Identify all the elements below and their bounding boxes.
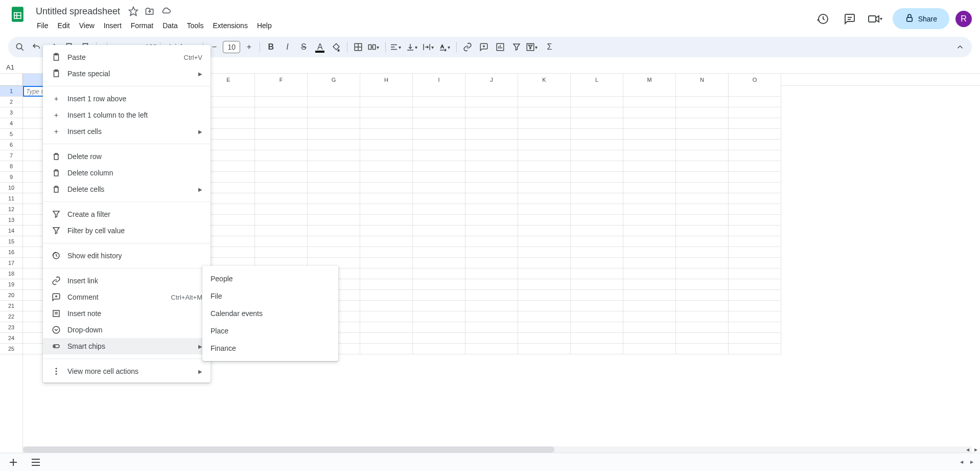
menu-view[interactable]: View (75, 19, 99, 32)
sheet-next-icon[interactable]: ▶ (968, 459, 976, 465)
row-header[interactable]: 19 (0, 279, 22, 290)
row-header[interactable]: 22 (0, 311, 22, 322)
text-color-icon[interactable]: A (312, 39, 328, 55)
ctx-paste[interactable]: Paste Ctrl+V (43, 49, 211, 65)
row-header[interactable]: 25 (0, 344, 22, 354)
font-size-input[interactable] (223, 41, 240, 53)
col-header-a[interactable] (23, 74, 44, 86)
ctx-comment[interactable]: Comment Ctrl+Alt+M (43, 289, 211, 305)
row-header[interactable]: 5 (0, 129, 22, 140)
filter-views-icon[interactable]: ▾ (525, 39, 541, 55)
ctx-delete-cells[interactable]: Delete cells ▶ (43, 181, 211, 197)
row-header[interactable]: 2 (0, 97, 22, 107)
menu-tools[interactable]: Tools (183, 19, 208, 32)
scroll-left-icon[interactable]: ◀ (964, 446, 972, 453)
row-header[interactable]: 16 (0, 247, 22, 258)
star-icon[interactable] (127, 5, 139, 17)
ctx-smart-chips[interactable]: Smart chips ▶ (43, 338, 211, 354)
row-header[interactable]: 1 (0, 86, 22, 97)
menu-insert[interactable]: Insert (100, 19, 126, 32)
move-icon[interactable] (144, 5, 156, 17)
name-box[interactable]: A1 (4, 62, 33, 72)
document-title[interactable]: Untitled spreadsheet (33, 5, 123, 18)
col-header[interactable]: L (571, 74, 623, 86)
row-header[interactable]: 20 (0, 290, 22, 301)
row-header[interactable]: 15 (0, 236, 22, 247)
ctx-paste-special[interactable]: Paste special ▶ (43, 65, 211, 82)
horizontal-align-icon[interactable]: ▾ (389, 39, 404, 55)
submenu-place[interactable]: Place (202, 322, 338, 340)
meet-icon[interactable]: ▾ (866, 9, 886, 29)
row-header[interactable]: 23 (0, 322, 22, 333)
select-all-corner[interactable] (0, 74, 23, 86)
row-header[interactable]: 7 (0, 150, 22, 161)
text-rotation-icon[interactable]: A▾ (438, 39, 453, 55)
col-header[interactable]: K (518, 74, 571, 86)
bold-icon[interactable]: B (263, 39, 278, 55)
filter-icon[interactable] (509, 39, 524, 55)
row-header[interactable]: 17 (0, 258, 22, 268)
ctx-view-more-actions[interactable]: View more cell actions ▶ (43, 363, 211, 379)
row-header[interactable]: 6 (0, 140, 22, 150)
row-header[interactable]: 11 (0, 193, 22, 204)
row-header[interactable]: 18 (0, 268, 22, 279)
menu-help[interactable]: Help (253, 19, 276, 32)
fill-color-icon[interactable] (329, 39, 344, 55)
ctx-create-filter[interactable]: Create a filter (43, 206, 211, 222)
submenu-people[interactable]: People (202, 270, 338, 287)
all-sheets-icon[interactable] (27, 453, 45, 472)
row-header[interactable]: 24 (0, 333, 22, 344)
submenu-finance[interactable]: Finance (202, 340, 338, 357)
row-header[interactable]: 9 (0, 172, 22, 183)
menu-file[interactable]: File (33, 19, 53, 32)
ctx-insert-row-above[interactable]: + Insert 1 row above (43, 91, 211, 107)
collapse-toolbar-icon[interactable] (952, 39, 968, 55)
row-header[interactable]: 4 (0, 118, 22, 129)
active-cell[interactable]: Type @ (23, 86, 44, 97)
strikethrough-icon[interactable]: S (296, 39, 311, 55)
row-header[interactable]: 21 (0, 301, 22, 311)
ctx-insert-column-left[interactable]: + Insert 1 column to the left (43, 107, 211, 123)
add-sheet-icon[interactable] (4, 453, 22, 472)
comment-history-icon[interactable] (839, 9, 860, 29)
row-header[interactable]: 3 (0, 107, 22, 118)
share-button[interactable]: Share (893, 8, 949, 29)
sheets-logo[interactable] (8, 4, 29, 25)
ctx-filter-by-value[interactable]: Filter by cell value (43, 222, 211, 239)
row-header[interactable]: 13 (0, 215, 22, 226)
functions-icon[interactable]: Σ (542, 39, 557, 55)
undo-icon[interactable] (29, 39, 44, 55)
horizontal-scrollbar[interactable] (23, 446, 972, 453)
ctx-show-edit-history[interactable]: Show edit history (43, 248, 211, 264)
ctx-insert-note[interactable]: Insert note (43, 305, 211, 322)
insert-chart-icon[interactable] (493, 39, 508, 55)
merge-cells-icon[interactable]: ▾ (367, 39, 382, 55)
search-menus-icon[interactable] (12, 39, 28, 55)
col-header[interactable]: I (413, 74, 465, 86)
ctx-insert-cells[interactable]: + Insert cells ▶ (43, 123, 211, 140)
submenu-calendar-events[interactable]: Calendar events (202, 305, 338, 322)
row-header[interactable]: 8 (0, 161, 22, 172)
menu-extensions[interactable]: Extensions (208, 19, 251, 32)
row-header[interactable]: 12 (0, 204, 22, 215)
vertical-align-icon[interactable]: ▾ (405, 39, 421, 55)
col-header[interactable]: H (360, 74, 413, 86)
increase-font-size-icon[interactable]: + (241, 39, 256, 55)
text-wrap-icon[interactable]: ▾ (422, 39, 437, 55)
scroll-right-icon[interactable]: ▶ (972, 446, 980, 453)
submenu-file[interactable]: File (202, 287, 338, 305)
col-header[interactable]: M (623, 74, 676, 86)
col-header[interactable]: J (465, 74, 518, 86)
row-header[interactable]: 10 (0, 183, 22, 193)
col-header[interactable]: N (676, 74, 729, 86)
row-header[interactable]: 14 (0, 226, 22, 236)
borders-icon[interactable] (351, 39, 366, 55)
col-header[interactable]: O (729, 74, 781, 86)
ctx-delete-column[interactable]: Delete column (43, 165, 211, 181)
history-icon[interactable] (813, 9, 833, 29)
menu-format[interactable]: Format (127, 19, 157, 32)
account-avatar[interactable]: R (955, 11, 972, 27)
menu-data[interactable]: Data (158, 19, 182, 32)
col-header[interactable]: F (255, 74, 308, 86)
menu-edit[interactable]: Edit (54, 19, 74, 32)
